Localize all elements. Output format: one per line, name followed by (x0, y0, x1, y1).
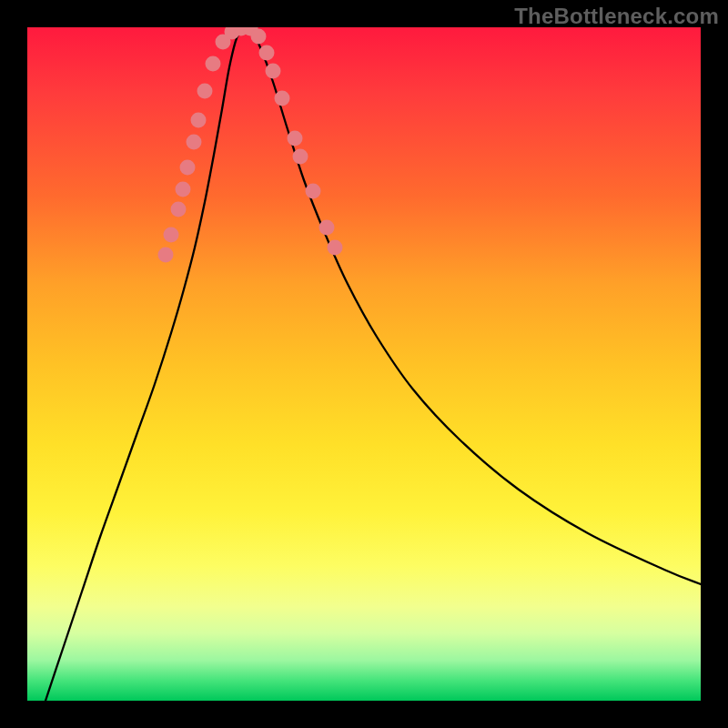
plot-outer-border (27, 27, 701, 701)
curve-marker (180, 160, 196, 176)
curve-marker (197, 84, 213, 99)
curve-marker (288, 131, 303, 147)
watermark-text: TheBottleneck.com (514, 4, 719, 29)
plot-gradient-background (27, 27, 701, 701)
curve-marker (164, 228, 179, 243)
curve-markers-group (158, 27, 343, 263)
curve-marker (176, 182, 191, 197)
curve-marker (319, 220, 335, 236)
curve-marker (306, 184, 321, 199)
curve-marker (259, 46, 275, 61)
curve-marker (251, 29, 267, 45)
curve-marker (266, 64, 281, 79)
curve-marker (191, 113, 207, 128)
curve-marker (158, 248, 174, 263)
curve-marker (187, 135, 202, 150)
curve-marker (171, 202, 187, 217)
curve-marker (275, 91, 290, 106)
curve-marker (206, 56, 221, 72)
curve-marker (328, 240, 343, 256)
chart-svg (27, 27, 701, 701)
curve-marker (293, 149, 308, 165)
bottleneck-curve (46, 27, 701, 701)
chart-frame: TheBottleneck.com (0, 0, 728, 728)
